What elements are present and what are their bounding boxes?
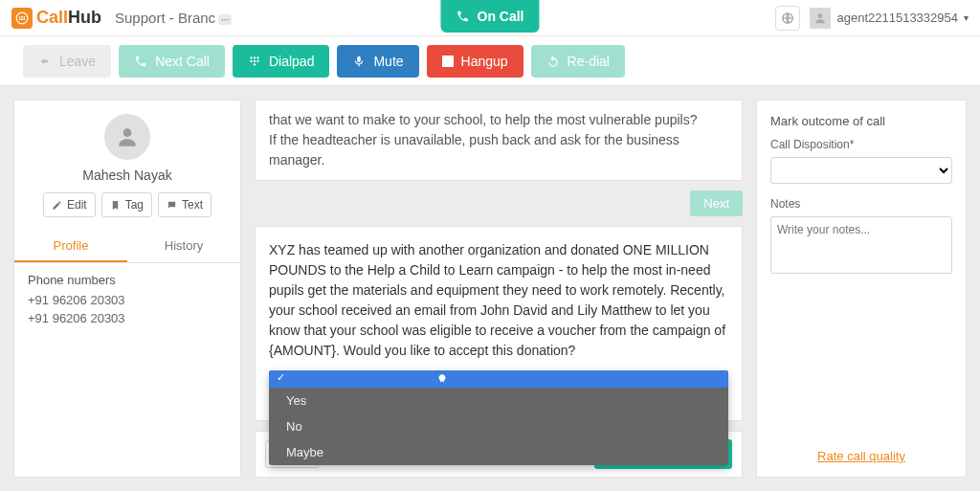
brand-logo[interactable]: CallHub (11, 8, 101, 29)
outcome-title: Mark outcome of call (770, 114, 952, 128)
stop-icon (442, 56, 454, 67)
contact-name: Mahesh Nayak (14, 167, 240, 183)
svg-point-3 (23, 15, 25, 17)
phone-number: +91 96206 20303 (28, 293, 227, 307)
pencil-icon (52, 200, 62, 211)
leave-icon (38, 55, 52, 68)
cursor-icon (435, 373, 449, 387)
phone-icon (456, 10, 469, 23)
globe-icon[interactable] (775, 6, 800, 31)
dialpad-icon (248, 55, 261, 68)
svg-point-5 (21, 18, 23, 20)
outcome-panel: Mark outcome of call Call Disposition* N… (756, 100, 967, 478)
svg-point-1 (19, 15, 21, 17)
dialpad-button[interactable]: Dialpad (233, 45, 329, 78)
user-name: agent2211513332954 (836, 11, 958, 25)
brand-left: Call (36, 8, 68, 28)
svg-point-15 (254, 63, 256, 65)
disposition-select[interactable] (770, 157, 952, 184)
svg-point-14 (256, 59, 258, 61)
dropdown-selected-blank[interactable]: ✓ (269, 370, 728, 388)
svg-point-8 (818, 13, 823, 18)
svg-point-9 (250, 56, 252, 58)
message-icon (167, 200, 177, 211)
svg-point-10 (254, 56, 256, 58)
svg-point-11 (256, 56, 258, 58)
script-card: XYZ has teamed up with another organizat… (255, 226, 743, 421)
user-menu[interactable]: agent2211513332954 ▾ (810, 8, 969, 29)
dropdown-option[interactable]: No (269, 413, 728, 439)
call-toolbar: Leave Next Call Dialpad Mute Hangup Re-d… (0, 36, 980, 86)
redial-icon (546, 55, 560, 68)
svg-point-6 (23, 18, 25, 20)
text-button[interactable]: Text (158, 192, 212, 217)
on-call-badge: On Call (440, 0, 539, 33)
svg-point-13 (254, 59, 256, 61)
svg-point-0 (16, 12, 28, 24)
phone-icon (134, 55, 147, 68)
person-icon (115, 124, 140, 149)
mute-button[interactable]: Mute (337, 45, 418, 78)
hangup-button[interactable]: Hangup (427, 45, 523, 78)
mic-icon (352, 55, 366, 68)
campaign-name: Support - Branc··· (115, 10, 232, 26)
rate-call-quality-link[interactable]: Rate call quality (770, 439, 952, 463)
response-dropdown-menu: ✓ Yes No Maybe (269, 370, 728, 465)
user-avatar-icon (810, 8, 831, 29)
next-button[interactable]: Next (690, 190, 743, 216)
script-body: XYZ has teamed up with another organizat… (269, 240, 728, 361)
check-icon: ✓ (277, 371, 285, 384)
phone-number: +91 96206 20303 (28, 311, 227, 325)
contact-avatar (104, 114, 150, 160)
edit-button[interactable]: Edit (43, 192, 96, 217)
notes-textarea[interactable] (770, 216, 952, 274)
contact-profile-panel: Mahesh Nayak Edit Tag Text Profile Histo… (13, 100, 241, 478)
leave-button[interactable]: Leave (23, 45, 111, 78)
next-call-button[interactable]: Next Call (119, 45, 225, 78)
tab-history[interactable]: History (127, 231, 240, 262)
chevron-down-icon: ▾ (964, 12, 969, 23)
redial-button[interactable]: Re-dial (531, 45, 625, 78)
tag-button[interactable]: Tag (101, 192, 152, 217)
svg-point-12 (250, 59, 252, 61)
phone-numbers-label: Phone numbers (28, 273, 227, 287)
logo-icon (11, 8, 33, 29)
svg-point-4 (19, 18, 21, 20)
dropdown-option[interactable]: Yes (269, 388, 728, 413)
ellipsis-icon[interactable]: ··· (218, 14, 232, 25)
bookmark-icon (110, 200, 121, 211)
dropdown-option[interactable]: Maybe (269, 439, 728, 465)
svg-point-16 (123, 128, 132, 137)
svg-point-2 (21, 15, 23, 17)
brand-right: Hub (68, 8, 101, 28)
previous-script-snippet: that we want to make to your school, to … (255, 100, 743, 181)
tab-profile[interactable]: Profile (14, 231, 127, 262)
notes-label: Notes (770, 197, 952, 211)
disposition-label: Call Disposition* (770, 138, 952, 151)
